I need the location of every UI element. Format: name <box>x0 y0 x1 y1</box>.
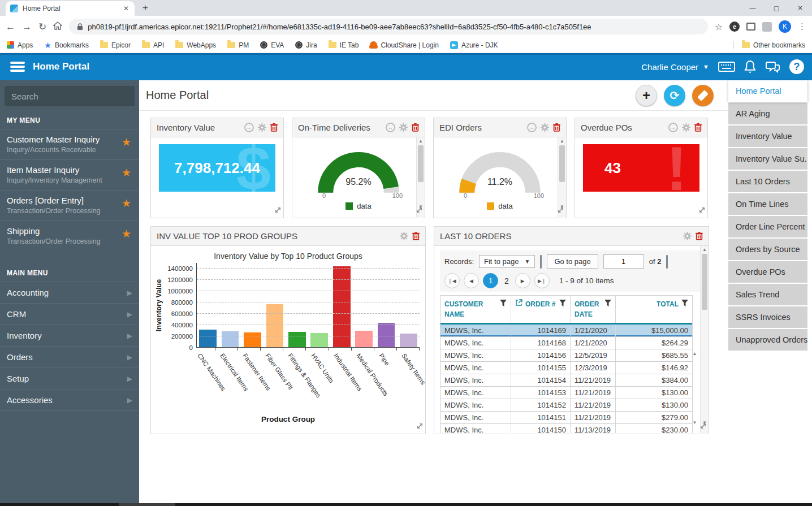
gear-icon[interactable] <box>541 123 549 132</box>
favorite-star-icon[interactable]: ★ <box>122 227 131 240</box>
new-tab-button[interactable]: + <box>142 2 148 16</box>
gallery-item-unapproved-orders[interactable]: Unapproved Orders <box>728 329 807 351</box>
bookmark-item[interactable]: Epicor <box>100 41 131 49</box>
page-2-button[interactable]: 2 <box>502 276 511 286</box>
forward-icon[interactable]: → <box>22 22 32 32</box>
favorite-star-icon[interactable]: ★ <box>122 136 131 149</box>
table-row[interactable]: MDWS, Inc.101415411/21/2019$384.00 <box>440 374 692 387</box>
page-1-button[interactable]: 1 <box>483 273 498 288</box>
page-number-input[interactable] <box>603 254 644 269</box>
table-row[interactable]: MDWS, Inc.101415111/21/2019$279.00 <box>440 412 692 424</box>
add-widget-button[interactable]: + <box>636 85 657 106</box>
trash-icon[interactable] <box>694 123 702 132</box>
sidebar-item-orders-order-entry-[interactable]: Orders [Order Entry]Transaction/Order Pr… <box>0 190 139 220</box>
other-bookmarks[interactable]: Other bookmarks <box>733 41 805 49</box>
go-to-page-button[interactable]: Go to page <box>547 254 598 269</box>
table-row[interactable]: MDWS, Inc.101415211/21/2019$130.00 <box>440 399 692 412</box>
table-row[interactable]: MDWS, Inc.101415311/21/2019$130.00 <box>440 387 692 399</box>
sidebar-item-shipping[interactable]: ShippingTransaction/Order Processing★ <box>0 220 139 251</box>
window-minimize-icon[interactable]: — <box>741 5 765 11</box>
drill-in-icon[interactable]: → <box>668 123 678 132</box>
filter-icon[interactable] <box>559 300 566 319</box>
table-scrollbar[interactable]: ▲▼ <box>691 351 698 425</box>
keyboard-icon[interactable] <box>718 61 735 72</box>
favorite-star-icon[interactable]: ★ <box>122 166 131 179</box>
gallery-item-home-portal[interactable]: Home Portal <box>728 80 807 102</box>
browser-tab[interactable]: Home Portal ✕ <box>6 1 135 16</box>
window-maximize-icon[interactable]: ▢ <box>765 5 788 12</box>
bookmark-item[interactable]: CloudShare | Login <box>370 41 439 49</box>
search-input[interactable] <box>11 92 128 101</box>
bookmark-item[interactable]: IE Tab <box>329 41 359 49</box>
bookmark-item[interactable]: ★Bookmarks <box>44 41 89 49</box>
filter-icon[interactable] <box>681 300 688 319</box>
clear-button[interactable] <box>692 85 714 106</box>
trash-icon[interactable] <box>412 123 419 132</box>
back-icon[interactable]: ← <box>6 22 15 32</box>
table-row[interactable]: MDWS, Inc.101415011/13/2019$230.00 <box>440 424 692 433</box>
reload-icon[interactable]: ↻ <box>38 22 46 32</box>
bookmark-item[interactable]: Jira <box>295 41 317 49</box>
gallery-item-sales-trend[interactable]: Sales Trend <box>728 284 807 305</box>
gear-icon[interactable] <box>683 232 692 240</box>
filter-icon[interactable] <box>500 300 507 319</box>
gallery-item-ar-aging[interactable]: AR Aging <box>728 103 807 124</box>
sidebar-item-inventory[interactable]: Inventory▶ <box>0 325 139 346</box>
gallery-item-overdue-pos[interactable]: Overdue POs <box>728 261 807 283</box>
col-customer-name[interactable]: CUSTOMER NAME <box>440 296 511 323</box>
sidebar-item-crm[interactable]: CRM▶ <box>0 303 139 325</box>
bookmark-item[interactable]: API <box>142 41 164 49</box>
browser-menu-icon[interactable]: ⋮ <box>798 21 806 32</box>
sidebar-item-orders[interactable]: Orders▶ <box>0 346 139 367</box>
resize-handle-icon[interactable] <box>416 206 423 216</box>
drill-in-icon[interactable]: → <box>386 123 395 132</box>
sidebar-item-accounting[interactable]: Accounting▶ <box>0 282 139 303</box>
sidebar-item-customer-master-inquiry[interactable]: Customer Master InquiryInquiry/Accounts … <box>0 129 139 159</box>
drill-in-icon[interactable]: → <box>527 123 537 132</box>
table-row[interactable]: MDWS, Inc.101415612/5/2019$685.55 <box>440 349 692 362</box>
page-size-select[interactable]: Fit to page ▼ <box>479 255 535 268</box>
sidebar-item-item-master-inquiry[interactable]: Item Master InquiryInquiry/Inventory Man… <box>0 159 139 190</box>
first-page-button[interactable]: ❘◀ <box>444 273 460 288</box>
extension-frame-icon[interactable] <box>746 23 755 31</box>
extension-e-icon[interactable]: e <box>729 21 740 32</box>
drill-in-icon[interactable]: → <box>244 123 254 132</box>
home-icon[interactable] <box>53 21 62 32</box>
resize-handle-icon[interactable] <box>274 206 282 216</box>
gear-icon[interactable] <box>682 123 690 132</box>
resize-handle-icon[interactable] <box>557 206 564 216</box>
trash-icon[interactable] <box>696 232 703 240</box>
table-row[interactable]: MDWS, Inc.10141691/21/2020$15,000.00 <box>440 325 692 337</box>
help-icon[interactable]: ? <box>789 59 804 74</box>
col-total[interactable]: TOTAL <box>616 296 692 323</box>
widget-scrollbar[interactable]: ▲▼ <box>700 246 709 433</box>
address-bar[interactable]: ph0819-pf1ljrdf.americas.epicor.net:1921… <box>69 19 707 34</box>
notifications-bell-icon[interactable] <box>744 60 756 73</box>
search-box[interactable] <box>5 86 135 106</box>
gear-icon[interactable] <box>399 123 408 132</box>
window-close-icon[interactable]: ✕ <box>788 5 812 12</box>
trash-icon[interactable] <box>412 232 420 240</box>
scrollbar-thumb[interactable] <box>119 503 175 506</box>
bookmark-item[interactable]: WebApps <box>175 41 216 49</box>
gallery-item-last-10-orders[interactable]: Last 10 Orders <box>728 171 807 192</box>
bookmark-star-icon[interactable]: ☆ <box>715 21 723 32</box>
bookmark-item[interactable]: Apps <box>7 41 33 49</box>
table-row[interactable]: MDWS, Inc.101415512/3/2019$146.92 <box>440 362 692 374</box>
bookmark-item[interactable]: PM <box>227 41 249 49</box>
prev-page-button[interactable]: ◀ <box>464 273 479 288</box>
gear-icon[interactable] <box>400 232 408 240</box>
widget-scrollbar[interactable]: ▲▼ <box>416 137 425 217</box>
user-menu[interactable]: Charlie Cooper ▼ <box>641 62 709 72</box>
gallery-item-order-line-percent[interactable]: Order Line Percent <box>728 216 807 237</box>
gallery-item-on-time-lines[interactable]: On Time Lines <box>728 193 807 215</box>
gallery-item-inventory-value-su-[interactable]: Inventory Value Su... <box>728 148 807 170</box>
extension-gray-icon[interactable] <box>762 22 772 32</box>
bookmark-item[interactable]: EVA <box>260 41 284 49</box>
sidebar-item-accessories[interactable]: Accessories▶ <box>0 389 139 411</box>
next-page-button[interactable]: ▶ <box>515 273 530 288</box>
gear-icon[interactable] <box>258 123 266 132</box>
refresh-button[interactable]: ⟳ <box>664 85 685 106</box>
hamburger-menu-icon[interactable] <box>10 62 25 72</box>
resize-handle-icon[interactable] <box>699 422 707 432</box>
